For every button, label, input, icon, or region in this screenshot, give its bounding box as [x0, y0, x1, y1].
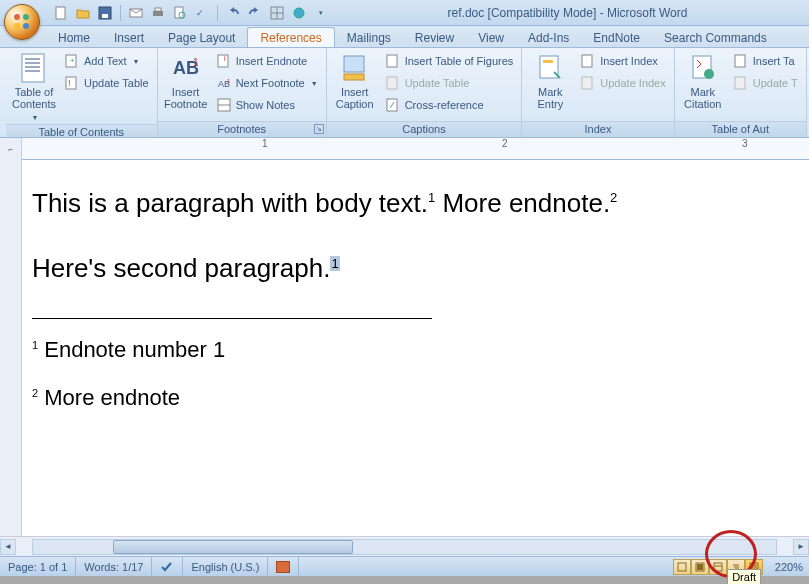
ruler-mark: 1	[262, 138, 268, 149]
add-text-button[interactable]: +Add Text▼	[60, 50, 153, 72]
mark-citation-button[interactable]: Mark Citation	[679, 50, 727, 112]
status-language[interactable]: English (U.S.)	[183, 557, 268, 576]
ruler[interactable]: ⌐ 1 2 3	[0, 138, 809, 160]
tab-home[interactable]: Home	[46, 28, 102, 47]
ruler-mark: 3	[742, 138, 748, 149]
save-icon[interactable]	[96, 4, 114, 22]
svg-rect-50	[714, 563, 722, 571]
tof-icon	[385, 53, 401, 69]
status-bar: Page: 1 of 1 Words: 1/17 English (U.S.) …	[0, 556, 809, 576]
mark-entry-button[interactable]: Mark Entry	[526, 50, 574, 112]
preview-icon[interactable]	[171, 4, 189, 22]
ruler-corner[interactable]: ⌐	[0, 138, 22, 160]
crossref-icon	[385, 97, 401, 113]
horizontal-ruler[interactable]: 1 2 3	[22, 138, 809, 159]
tab-page-layout[interactable]: Page Layout	[156, 28, 247, 47]
paragraph[interactable]: This is a paragraph with body text.1 Mor…	[32, 188, 799, 219]
endnote-text[interactable]: 2 More endnote	[32, 385, 799, 411]
svg-rect-42	[582, 77, 592, 89]
tab-mailings[interactable]: Mailings	[335, 28, 403, 47]
scroll-right-icon[interactable]: ►	[793, 539, 809, 555]
update-index-button[interactable]: Update Index	[576, 72, 669, 94]
print-icon[interactable]	[149, 4, 167, 22]
office-button[interactable]	[4, 4, 40, 40]
update-ta-button[interactable]: Update T	[729, 72, 802, 94]
footnote-icon: AB1	[170, 52, 202, 84]
update3-icon	[580, 75, 596, 91]
status-macro[interactable]	[268, 557, 299, 576]
undo-icon[interactable]	[224, 4, 242, 22]
table-icon[interactable]	[268, 4, 286, 22]
spell-icon[interactable]: ✓	[193, 4, 211, 22]
open-icon[interactable]	[74, 4, 92, 22]
insert-index-button[interactable]: Insert Index	[576, 50, 669, 72]
qat-more-icon[interactable]: ▾	[312, 4, 330, 22]
status-proof[interactable]	[152, 557, 183, 576]
table-of-contents-button[interactable]: Table of Contents ▼	[10, 50, 58, 124]
document-page[interactable]: This is a paragraph with body text.1 Mor…	[22, 160, 809, 536]
update-icon: !	[64, 75, 80, 91]
insert-tof-button[interactable]: Insert Table of Figures	[381, 50, 518, 72]
scroll-track[interactable]	[32, 539, 777, 555]
hyperlink-icon[interactable]	[290, 4, 308, 22]
next-footnote-button[interactable]: AB1Next Footnote▼	[212, 72, 322, 94]
scroll-left-icon[interactable]: ◄	[0, 539, 16, 555]
svg-rect-46	[735, 77, 745, 89]
status-words[interactable]: Words: 1/17	[76, 557, 152, 576]
show-notes-icon	[216, 97, 232, 113]
svg-rect-4	[56, 7, 65, 19]
svg-rect-17	[22, 54, 44, 82]
full-screen-view-button[interactable]	[691, 559, 709, 575]
endnote-ref[interactable]: 2	[610, 190, 617, 205]
dialog-launcher-icon[interactable]: ↘	[314, 124, 324, 134]
svg-text:!: !	[68, 78, 71, 88]
svg-rect-49	[697, 564, 703, 570]
proof-icon	[160, 561, 174, 573]
endnote-ref-selected[interactable]: 1	[330, 256, 339, 271]
insert-caption-button[interactable]: Insert Caption	[331, 50, 379, 112]
horizontal-scrollbar[interactable]: ◄ ►	[0, 536, 809, 556]
group-label-footnotes: Footnotes↘	[158, 121, 326, 137]
footnote-label: Insert Footnote	[164, 86, 207, 110]
status-page[interactable]: Page: 1 of 1	[0, 557, 76, 576]
tab-add-ins[interactable]: Add-Ins	[516, 28, 581, 47]
insert-endnote-button[interactable]: iInsert Endnote	[212, 50, 322, 72]
insert-footnote-button[interactable]: AB1 Insert Footnote	[162, 50, 210, 112]
mark-cite-label: Mark Citation	[684, 86, 721, 110]
tab-view[interactable]: View	[466, 28, 516, 47]
web-layout-view-button[interactable]	[709, 559, 727, 575]
print-layout-view-button[interactable]	[673, 559, 691, 575]
insert-ta-button[interactable]: Insert Ta	[729, 50, 802, 72]
svg-rect-9	[155, 8, 161, 11]
tab-search-commands[interactable]: Search Commands	[652, 28, 779, 47]
svg-rect-45	[735, 55, 745, 67]
svg-rect-6	[102, 14, 108, 18]
svg-rect-37	[387, 77, 397, 89]
update-table2-button[interactable]: Update Table	[381, 72, 518, 94]
tab-references[interactable]: References	[247, 27, 334, 47]
quick-access-toolbar: ✓ ▾	[52, 4, 330, 22]
svg-rect-28	[218, 55, 228, 67]
tab-review[interactable]: Review	[403, 28, 466, 47]
qat-sep	[120, 5, 121, 21]
tab-insert[interactable]: Insert	[102, 28, 156, 47]
scroll-thumb[interactable]	[113, 540, 353, 554]
group-toc: Table of Contents ▼ +Add Text▼ !Update T…	[6, 48, 158, 137]
mark-cite-icon	[687, 52, 719, 84]
paragraph[interactable]: Here's second paragraph.1	[32, 253, 799, 284]
chevron-down-icon: ▼	[311, 80, 318, 87]
chevron-down-icon: ▼	[32, 114, 39, 121]
update4-icon	[733, 75, 749, 91]
cross-reference-button[interactable]: Cross-reference	[381, 94, 518, 116]
endnote-text[interactable]: 1 Endnote number 1	[32, 337, 799, 363]
caption-label: Insert Caption	[336, 86, 374, 110]
zoom-level[interactable]: 220%	[769, 561, 809, 573]
show-notes-button[interactable]: Show Notes	[212, 94, 322, 116]
redo-icon[interactable]	[246, 4, 264, 22]
mail-icon[interactable]	[127, 4, 145, 22]
tab-endnote[interactable]: EndNote	[581, 28, 652, 47]
new-icon[interactable]	[52, 4, 70, 22]
vertical-ruler[interactable]	[0, 160, 22, 536]
insert-ta-icon	[733, 53, 749, 69]
update-table-button[interactable]: !Update Table	[60, 72, 153, 94]
